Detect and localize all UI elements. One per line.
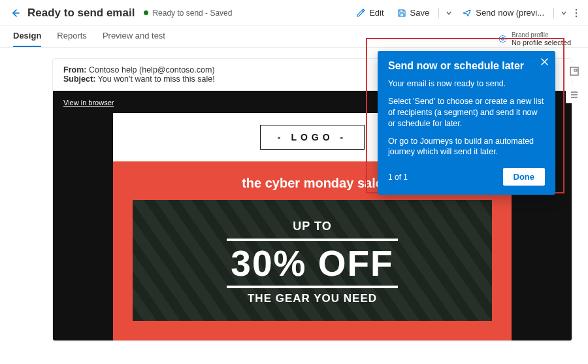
right-sidebar: [566, 63, 584, 103]
callout-step-count: 1 of 1: [388, 173, 408, 182]
send-now-label: Send now (previ...: [476, 8, 544, 18]
callout-close-button[interactable]: [540, 58, 549, 66]
sidebar-list-button[interactable]: [566, 86, 583, 103]
callout-text-2: Select 'Send' to choose or create a new …: [388, 96, 545, 129]
top-actions: Edit Save Send now (previ...: [351, 5, 580, 20]
edit-button[interactable]: Edit: [351, 5, 389, 20]
svg-point-3: [576, 15, 577, 16]
brand-profile[interactable]: Brand profile No profile selected: [498, 31, 571, 46]
callout-text-1: Your email is now ready to send.: [388, 78, 545, 90]
svg-point-4: [499, 35, 506, 42]
send-dropdown[interactable]: [558, 7, 570, 19]
callout-text-3: Or go to Journeys to build an automated …: [388, 136, 545, 158]
tab-design[interactable]: Design: [13, 31, 41, 47]
svg-point-2: [576, 12, 577, 13]
edit-label: Edit: [369, 8, 384, 18]
hero-discount: 30% OFF: [227, 239, 397, 288]
tab-reports[interactable]: Reports: [57, 31, 87, 47]
svg-rect-7: [574, 69, 577, 71]
svg-point-5: [502, 38, 504, 41]
status-text: Ready to send - Saved: [152, 8, 232, 18]
send-now-button[interactable]: Send now (previ...: [457, 5, 549, 20]
save-button[interactable]: Save: [392, 5, 435, 20]
hero-upto: UP TO: [139, 220, 485, 233]
sidebar-copilot-button[interactable]: [566, 63, 583, 80]
panel-icon: [569, 66, 580, 76]
divider: [553, 8, 554, 18]
from-label: From:: [63, 65, 86, 74]
save-icon: [397, 8, 406, 18]
status-dot-icon: [144, 10, 148, 15]
chevron-down-icon: [446, 10, 452, 16]
subject-value: You won't want to miss this sale!: [98, 74, 215, 84]
gear-icon: [498, 34, 508, 44]
arrow-left-icon: [10, 8, 20, 18]
brand-profile-label: Brand profile: [512, 31, 571, 39]
callout-title: Send now or schedule later: [388, 60, 545, 72]
save-dropdown[interactable]: [443, 7, 455, 19]
top-bar: Ready to send email Ready to send - Save…: [0, 0, 588, 26]
svg-point-1: [576, 8, 577, 10]
more-menu[interactable]: [572, 6, 580, 20]
logo-placeholder: - LOGO -: [260, 125, 365, 150]
pencil-icon: [356, 8, 365, 18]
view-in-browser-link[interactable]: View in browser: [63, 99, 114, 107]
status-chip: Ready to send - Saved: [144, 8, 232, 18]
close-icon: [540, 58, 549, 66]
teaching-callout: Send now or schedule later Your email is…: [378, 51, 555, 195]
divider: [438, 8, 439, 18]
tab-preview-and-test[interactable]: Preview and test: [103, 31, 165, 47]
hero-tagline: THE GEAR YOU NEED: [139, 292, 485, 305]
hero-wrap: UP TO 30% OFF THE GEAR YOU NEED: [113, 200, 512, 340]
page-title: Ready to send email: [27, 7, 135, 20]
subject-label: Subject:: [63, 74, 95, 84]
chevron-down-icon: [561, 10, 567, 16]
back-button[interactable]: [8, 6, 22, 20]
hero-image: UP TO 30% OFF THE GEAR YOU NEED: [133, 200, 492, 321]
list-icon: [569, 90, 580, 100]
send-icon: [463, 8, 472, 18]
more-vertical-icon: [575, 8, 578, 18]
from-value: Contoso help (help@contoso.com): [89, 65, 215, 74]
brand-profile-value: No profile selected: [512, 39, 571, 46]
save-label: Save: [410, 8, 430, 18]
callout-done-button[interactable]: Done: [503, 168, 546, 186]
